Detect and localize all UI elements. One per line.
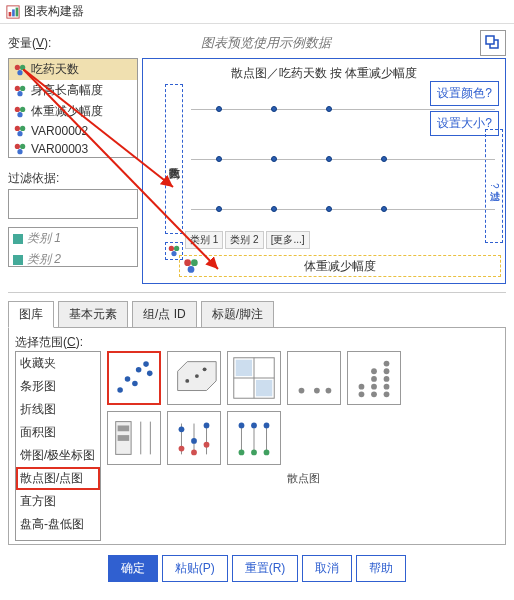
- template-item[interactable]: 直方图: [16, 490, 100, 513]
- tab-0[interactable]: 图库: [8, 301, 54, 328]
- tab-bar: 图库基本元素组/点 ID标题/脚注: [0, 301, 514, 328]
- thumb-stacked-dot[interactable]: [347, 351, 401, 405]
- svg-rect-40: [236, 360, 252, 376]
- divider: [8, 292, 506, 293]
- svg-point-49: [371, 376, 377, 382]
- data-point: [271, 156, 277, 162]
- reset-button[interactable]: 重置(R): [232, 555, 299, 582]
- svg-point-76: [239, 450, 245, 456]
- y-axis-dropzone[interactable]: 吃药天数: [165, 84, 183, 234]
- template-list[interactable]: 收藏夹条形图折线图面积图饼图/极坐标图散点图/点图直方图盘高-盘低图箱图双轴图: [15, 351, 101, 541]
- variable-name: 身高长高幅度: [31, 82, 103, 99]
- svg-point-10: [17, 91, 22, 96]
- svg-point-12: [20, 106, 25, 111]
- template-item[interactable]: 箱图: [16, 536, 100, 541]
- data-point: [326, 156, 332, 162]
- category-list[interactable]: 类别 1类别 2: [8, 227, 138, 267]
- svg-point-16: [17, 131, 22, 136]
- ok-button[interactable]: 确定: [108, 555, 158, 582]
- x-category-chip[interactable]: 类别 1: [185, 231, 223, 249]
- svg-rect-1: [9, 12, 12, 16]
- svg-point-24: [191, 259, 198, 266]
- tab-3[interactable]: 标题/脚注: [201, 301, 274, 328]
- select-range-label: 选择范围(C):: [15, 334, 499, 351]
- svg-point-64: [179, 426, 185, 432]
- template-item[interactable]: 散点图/点图: [16, 467, 100, 490]
- thumb-matrix-scatter[interactable]: [227, 351, 281, 405]
- svg-point-23: [184, 259, 191, 266]
- filter-dropzone[interactable]: [8, 189, 138, 219]
- thumb-drop-line[interactable]: [167, 411, 221, 465]
- variable-item[interactable]: VAR00002: [9, 122, 137, 140]
- thumb-simple-dot[interactable]: [287, 351, 341, 405]
- svg-point-42: [299, 388, 305, 394]
- chart-body: 吃药天数: [169, 84, 499, 234]
- thumb-simple-scatter[interactable]: [107, 351, 161, 405]
- x-axis-label: 体重减少幅度: [304, 258, 376, 275]
- svg-rect-41: [256, 380, 272, 396]
- template-item[interactable]: 盘高-盘低图: [16, 513, 100, 536]
- variable-name: 吃药天数: [31, 61, 79, 78]
- svg-point-34: [185, 379, 189, 383]
- dialog-buttons: 确定 粘贴(P) 重置(R) 取消 帮助: [0, 549, 514, 588]
- svg-point-53: [384, 376, 390, 382]
- variable-list[interactable]: 吃药天数身高长高幅度体重减少幅度VAR00002VAR00003: [8, 58, 138, 158]
- data-point: [326, 206, 332, 212]
- tab-1[interactable]: 基本元素: [58, 301, 128, 328]
- window-title: 图表构建器: [24, 3, 84, 20]
- x-axis-dropzone[interactable]: 体重减少幅度: [179, 255, 501, 277]
- variable-item[interactable]: 身高长高幅度: [9, 80, 137, 101]
- svg-point-15: [20, 126, 25, 131]
- category-item[interactable]: 类别 1: [9, 228, 137, 249]
- chart-preview[interactable]: 散点图／吃药天数 按 体重减少幅度 设置颜色? 设置大小? 过滤? 吃药天数 类…: [142, 58, 506, 284]
- help-button[interactable]: 帮助: [356, 555, 406, 582]
- svg-point-50: [371, 368, 377, 374]
- tab-2[interactable]: 组/点 ID: [132, 301, 197, 328]
- template-item[interactable]: 折线图: [16, 398, 100, 421]
- paste-button[interactable]: 粘贴(P): [162, 555, 228, 582]
- svg-point-11: [15, 106, 20, 111]
- svg-point-7: [17, 70, 22, 75]
- svg-rect-2: [12, 9, 15, 16]
- category-label: 类别 1: [27, 230, 61, 247]
- data-point: [216, 106, 222, 112]
- thumb-summary-point[interactable]: [107, 411, 161, 465]
- cancel-button[interactable]: 取消: [302, 555, 352, 582]
- maximize-preview-button[interactable]: [480, 30, 506, 56]
- gridline: [191, 109, 495, 110]
- template-item[interactable]: 面积图: [16, 421, 100, 444]
- x-category-chip[interactable]: [更多...]: [266, 231, 310, 249]
- variable-item[interactable]: VAR00003: [9, 140, 137, 158]
- svg-point-29: [125, 376, 131, 382]
- data-point: [271, 106, 277, 112]
- svg-point-52: [384, 384, 390, 390]
- thumbnail-label: 散点图: [107, 471, 499, 486]
- svg-rect-4: [486, 36, 494, 44]
- expand-icon: [484, 34, 502, 52]
- thumb-3d-scatter[interactable]: [167, 351, 221, 405]
- gallery: 收藏夹条形图折线图面积图饼图/极坐标图散点图/点图直方图盘高-盘低图箱图双轴图 …: [15, 351, 499, 541]
- template-item[interactable]: 饼图/极坐标图: [16, 444, 100, 467]
- svg-point-75: [264, 423, 270, 429]
- svg-point-66: [204, 423, 210, 429]
- variable-item[interactable]: 体重减少幅度: [9, 101, 137, 122]
- svg-point-9: [20, 85, 25, 90]
- data-point: [216, 156, 222, 162]
- category-swatch-icon: [13, 255, 23, 265]
- svg-rect-3: [16, 7, 19, 16]
- svg-point-21: [174, 246, 179, 251]
- template-item[interactable]: 条形图: [16, 375, 100, 398]
- svg-point-30: [132, 381, 138, 387]
- svg-point-77: [251, 450, 257, 456]
- variable-item[interactable]: 吃药天数: [9, 59, 137, 80]
- gridline: [191, 209, 495, 210]
- svg-point-18: [20, 144, 25, 149]
- top-row: 变量(V): 图表预览使用示例数据: [0, 24, 514, 58]
- thumb-dual-dot[interactable]: [227, 411, 281, 465]
- svg-point-6: [20, 64, 25, 69]
- template-item[interactable]: 收藏夹: [16, 352, 100, 375]
- variables-label: 变量(V):: [8, 35, 51, 52]
- x-category-chip[interactable]: 类别 2: [225, 231, 263, 249]
- svg-rect-58: [118, 435, 130, 441]
- category-item[interactable]: 类别 2: [9, 249, 137, 270]
